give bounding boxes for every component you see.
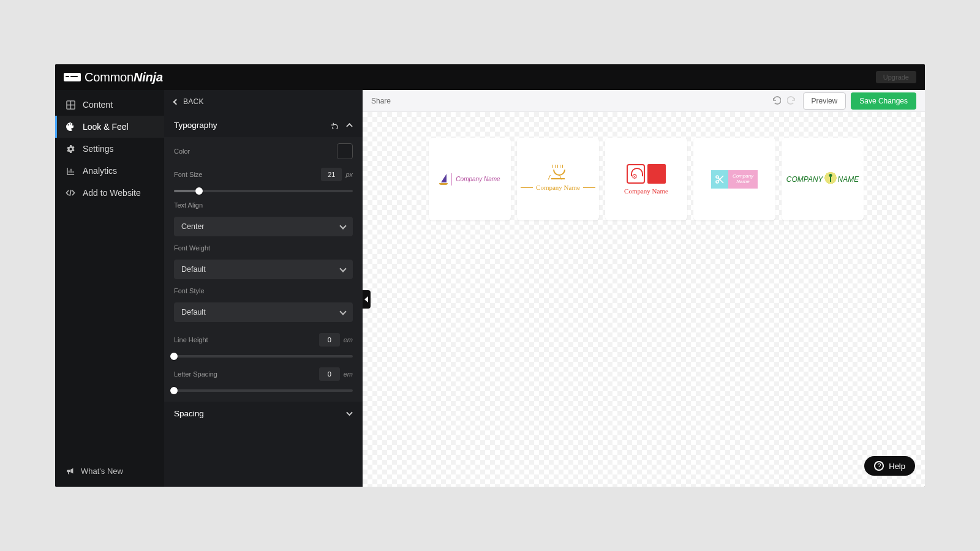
sidebar-item-label: Settings [83,144,114,154]
font-weight-select[interactable]: Default [174,260,353,279]
typography-section-body: Color Font Size px Text Align [164,137,363,402]
sidebar-item-label: Look & Feel [83,122,129,132]
font-size-field: Font Size px [174,164,353,181]
font-style-select[interactable]: Default [174,302,353,322]
preview-button[interactable]: Preview [803,92,846,110]
nav-sidebar: Content Look & Feel Settings Analytics [55,90,164,487]
letter-spacing-label: Letter Spacing [174,370,217,378]
letter-spacing-field: Letter Spacing em [174,364,353,381]
canvas-area: Share Preview Save Changes [363,90,925,487]
app-window: CommonNinja Upgrade Content Look & Feel [55,64,925,487]
logo-card[interactable]: Company Name [517,138,599,220]
chart-icon [66,166,75,176]
chevron-left-icon [173,99,179,105]
logo-grill: Company Name [521,167,595,191]
typography-title: Typography [174,121,217,130]
code-icon [66,188,75,198]
canvas-toolbar: Share Preview Save Changes [363,90,925,112]
svg-line-8 [70,190,71,196]
yoga-icon [824,172,837,187]
logo-card[interactable]: COMPANY NAME [782,138,864,220]
color-field: Color [174,140,353,159]
cloud-gear-icon [627,164,645,184]
redo-button [787,96,798,107]
app-body: Content Look & Feel Settings Analytics [55,90,925,487]
undo-button[interactable] [771,96,782,107]
back-button[interactable]: BACK [164,90,363,113]
font-size-label: Font Size [174,171,202,178]
logo-scissors: Company Name [711,170,758,189]
line-height-field: Line Height em [174,327,353,347]
palette-icon [66,122,75,132]
gear-icon [66,144,75,154]
chevron-down-icon [339,308,346,315]
logo-cloud-box: Company Name [624,164,668,195]
line-height-input[interactable] [319,333,340,347]
font-size-slider[interactable] [174,186,353,193]
brand-mark-icon [64,73,81,81]
sailboat-icon [439,174,448,185]
upgrade-button[interactable]: Upgrade [876,71,916,83]
reset-icon[interactable] [330,122,339,129]
logo-cards-row: Company Name [363,112,925,220]
spacing-section-header[interactable]: Spacing [164,402,363,425]
app-header: CommonNinja Upgrade [55,64,925,90]
text-align-select[interactable]: Center [174,217,353,236]
line-height-unit: em [344,336,353,343]
chevron-up-icon[interactable] [346,123,353,128]
letter-spacing-input[interactable] [319,367,340,381]
font-style-label: Font Style [174,287,205,294]
share-button[interactable]: Share [371,97,391,105]
logo-card[interactable]: Company Name [605,138,687,220]
sidebar-item-add-to-website[interactable]: Add to Website [55,182,164,204]
help-icon: ? [874,461,884,471]
font-size-unit: px [345,171,353,178]
sidebar-item-content[interactable]: Content [55,94,164,116]
collapse-panel-tab[interactable] [363,290,371,309]
bullhorn-icon [66,467,75,476]
color-label: Color [174,148,190,155]
save-changes-button[interactable]: Save Changes [851,92,916,110]
chevron-down-icon [339,265,346,272]
triangle-left-icon [364,296,368,302]
color-swatch[interactable] [337,143,353,159]
scissors-icon [711,170,728,189]
svg-point-10 [716,181,718,183]
whats-new-label: What's New [81,467,123,476]
red-square-icon [647,164,666,184]
sidebar-item-settings[interactable]: Settings [55,138,164,160]
back-label: BACK [183,97,204,106]
sidebar-item-label: Content [83,100,113,110]
text-align-label: Text Align [174,201,203,209]
canvas[interactable]: Company Name [363,112,925,487]
whats-new-link[interactable]: What's New [55,459,164,487]
line-height-slider[interactable] [174,351,353,359]
sidebar-item-label: Analytics [83,166,117,176]
brand-name: CommonNinja [85,70,163,84]
header-right: Upgrade [876,71,916,83]
font-weight-label: Font Weight [174,244,210,252]
typography-section-header[interactable]: Typography [164,113,363,137]
logo-yoga: COMPANY NAME [786,172,859,187]
sidebar-item-analytics[interactable]: Analytics [55,160,164,182]
help-button[interactable]: ? Help [864,456,915,476]
logo-card[interactable]: Company Name [429,138,511,220]
brand-logo[interactable]: CommonNinja [64,70,163,84]
letter-spacing-slider[interactable] [174,386,353,393]
line-height-label: Line Height [174,336,208,343]
sidebar-item-label: Add to Website [83,188,141,198]
chevron-down-icon [339,222,346,229]
svg-point-9 [716,176,718,178]
properties-panel: BACK Typography Color [164,90,363,487]
font-size-input[interactable] [321,168,342,181]
sidebar-item-look-and-feel[interactable]: Look & Feel [55,116,164,138]
grill-icon [550,167,566,178]
logo-card[interactable]: Company Name [693,138,775,220]
chevron-down-icon [346,411,353,416]
spacing-title: Spacing [174,409,204,418]
logo-boat: Company Name [439,173,500,186]
letter-spacing-unit: em [344,370,353,378]
grid-icon [66,100,75,110]
